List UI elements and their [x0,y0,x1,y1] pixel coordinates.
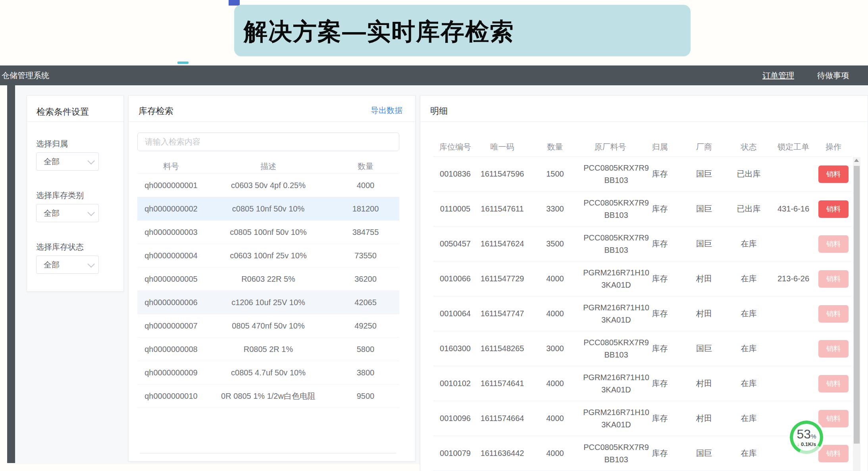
detail-col-owner: 归属 [637,142,682,152]
inventory-cell-pn: qh0000000004 [137,251,205,260]
filter-label-owner: 选择归属 [36,138,68,149]
detail-cell-status: 在库 [726,238,772,249]
status-select[interactable]: 全部 [36,256,99,274]
sell-material-button[interactable]: 销料 [818,375,849,392]
detail-table: 库位编号 唯一码 数量 原厂料号 归属 厂商 状态 锁定工单 操作 [433,140,852,154]
inventory-table-body: qh0000000001c0603 50v 4pf 0.25%4000qh000… [137,173,399,408]
inventory-cell-pn: qh0000000010 [137,392,205,401]
detail-cell-action: 销料 [815,410,852,427]
detail-cell-qty: 4000 [527,309,583,318]
teal-dash-decoration [177,62,189,64]
divider [420,121,868,122]
detail-cell-status: 在库 [726,343,772,354]
inventory-cell-desc: R0805 2R 1% [205,345,332,354]
vertical-scrollbar-thumb[interactable] [854,166,860,444]
topbar-link-todo-items[interactable]: 待做事项 [817,70,849,81]
detail-cell-loc: 0010836 [433,169,477,179]
topbar-link-order-management[interactable]: 订单管理 [762,70,794,81]
sell-material-button[interactable]: 销料 [818,200,849,218]
inventory-cell-qty: 9500 [332,392,399,401]
detail-cell-loc: 0010064 [433,309,477,318]
detail-cell-action: 销料 [815,270,852,288]
sell-material-button[interactable]: 销料 [818,235,849,253]
detail-cell-uid: 1611547747 [477,309,527,318]
inventory-row[interactable]: qh0000000002c0805 10nf 50v 10%181200 [137,197,399,221]
detail-cell-mpn: PGRM216R71H103KA01D [583,302,637,326]
detail-cell-status: 在库 [726,378,772,389]
detail-cell-uid: 1611547611 [477,204,527,213]
detail-cell-owner: 库存 [637,169,682,179]
detail-cell-vendor: 国巨 [682,238,726,249]
inventory-row[interactable]: qh0000000005R0603 22R 5%36200 [137,267,399,291]
inventory-col-desc: 描述 [205,161,332,172]
detail-cell-vendor: 村田 [682,308,726,319]
inventory-row[interactable]: qh0000000003c0805 100nf 50v 10%384755 [137,221,399,244]
inventory-cell-desc: c0603 50v 4pf 0.25% [205,181,332,190]
inventory-cell-pn: qh0000000002 [137,204,205,213]
detail-cell-mpn: PGRM216R71H103KA01D [583,371,637,396]
detail-cell-uid: 1611547596 [477,169,527,179]
inventory-cell-desc: c1206 10uf 25V 10% [205,298,332,307]
owner-select[interactable]: 全部 [36,152,99,171]
divider [129,121,415,122]
detail-cell-loc: 0160300 [433,344,477,353]
detail-row: 016030016115482653000PCC0805KRX7R9BB103库… [433,331,852,366]
detail-cell-vendor: 村田 [682,413,726,424]
inventory-row[interactable]: qh0000000004c0603 100nf 25v 10%73550 [137,244,399,267]
divider [27,121,123,122]
detail-cell-loc: 0050457 [433,239,477,248]
inventory-row[interactable]: qh0000000006c1206 10uf 25V 10%42065 [137,291,399,314]
horizontal-scrollbar[interactable] [140,453,396,454]
inventory-cell-qty: 49250 [332,321,399,331]
detail-cell-owner: 库存 [637,238,682,249]
search-input[interactable] [137,133,399,151]
detail-cell-action: 销料 [815,235,852,253]
inventory-cell-qty: 181200 [332,204,399,213]
export-data-link[interactable]: 导出数据 [371,105,402,116]
inventory-row[interactable]: qh00000000100R 0805 1% 1/2w白色电阻9500 [137,384,399,408]
sell-material-button[interactable]: 销料 [818,445,849,462]
inventory-row[interactable]: qh0000000008R0805 2R 1%5800 [137,338,399,361]
inventory-col-pn: 料号 [137,161,205,172]
sell-material-button[interactable]: 销料 [818,410,849,427]
status-select-value: 全部 [44,260,60,270]
vertical-scrollbar-track[interactable] [853,157,860,471]
detail-cell-vendor: 国巨 [682,169,726,179]
detail-cell-qty: 3500 [527,239,583,248]
inventory-cell-pn: qh0000000005 [137,275,205,284]
inventory-row[interactable]: qh00000000070805 470nf 50v 10%49250 [137,314,399,338]
detail-col-action: 操作 [815,142,852,152]
detail-row: 001083616115475961500PCC0805KRX7R9BB103库… [433,157,852,192]
detail-cell-action: 销料 [815,200,852,218]
detail-table-body: 001083616115475961500PCC0805KRX7R9BB103库… [433,156,852,471]
network-speed-overlay[interactable]: 53% ↓ 0.1K/s [790,421,823,454]
detail-row: 005045716115476243500PCC0805KRX7R9BB103库… [433,227,852,261]
inventory-cell-pn: qh0000000003 [137,228,205,237]
sell-material-button[interactable]: 销料 [818,305,849,323]
detail-cell-mpn: PGRM216R71H103KA01D [583,406,637,431]
page-title: 解决方案—实时库存检索 [244,16,514,48]
detail-row: 001006616115477294000PGRM216R71H103KA01D… [433,261,852,296]
detail-cell-mpn: PCC0805KRX7R9BB103 [583,232,637,256]
category-select[interactable]: 全部 [36,204,99,222]
chevron-down-icon [87,209,94,216]
detail-panel-title: 明细 [430,105,448,117]
detail-cell-action: 销料 [815,165,852,183]
inventory-panel-title: 库存检索 [139,105,173,117]
inventory-cell-pn: qh0000000001 [137,181,205,190]
sell-material-button[interactable]: 销料 [818,165,849,183]
detail-cell-status: 已出库 [726,204,772,214]
inventory-cell-qty: 42065 [332,298,399,307]
inventory-row[interactable]: qh0000000009c0805 4.7uf 50v 10%3800 [137,361,399,384]
detail-cell-owner: 库存 [637,378,682,389]
detail-row: 001007916116364424000PCC0805KRX7R9BB103库… [433,436,852,471]
sell-material-button[interactable]: 销料 [818,340,849,358]
inventory-row[interactable]: qh0000000001c0603 50v 4pf 0.25%4000 [137,174,399,197]
detail-cell-status: 在库 [726,308,772,319]
detail-cell-mpn: PCC0805KRX7R9BB103 [583,441,637,466]
scrollbar-up-arrow-icon[interactable] [854,159,859,162]
detail-col-location: 库位编号 [433,142,477,152]
sell-material-button[interactable]: 销料 [818,270,849,288]
detail-cell-vendor: 村田 [682,378,726,389]
inventory-cell-desc: c0805 4.7uf 50v 10% [205,368,332,377]
